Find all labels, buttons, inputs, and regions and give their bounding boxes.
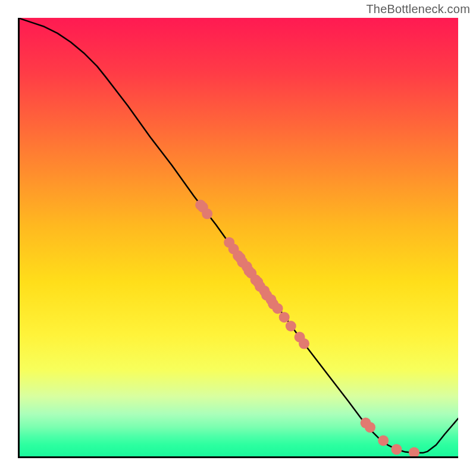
data-point <box>391 444 402 455</box>
scatter-group <box>195 200 419 458</box>
data-point <box>286 321 296 331</box>
curve-line <box>18 18 458 453</box>
data-point <box>365 422 375 433</box>
chart-svg <box>18 18 458 458</box>
data-point <box>273 303 283 314</box>
data-point <box>202 208 212 219</box>
chart-container: TheBottleneck.com <box>0 0 476 476</box>
attribution-label: TheBottleneck.com <box>366 2 470 16</box>
data-point <box>299 339 309 349</box>
data-point <box>378 435 389 446</box>
data-point <box>279 312 290 322</box>
plot-area <box>18 18 458 458</box>
data-point <box>409 447 419 458</box>
